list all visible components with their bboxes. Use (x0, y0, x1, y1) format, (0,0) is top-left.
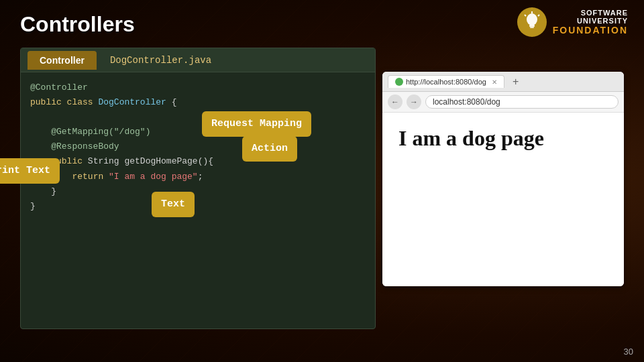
svg-line-5 (525, 15, 526, 16)
browser-tab-icon (395, 78, 403, 86)
code-panel: Controller DogController.java @Controlle… (20, 48, 376, 329)
logo-university: UNIVERSITY (553, 17, 628, 25)
logo-software: SOFTWARE (553, 9, 628, 17)
logo-text: SOFTWARE UNIVERSITY FOUNDATION (553, 9, 628, 36)
code-line-3 (30, 110, 366, 125)
svg-line-6 (538, 15, 539, 16)
logo-foundation: FOUNDATION (553, 25, 628, 36)
code-line-2: public class DogController { (30, 95, 366, 110)
tab-controller[interactable]: Controller (28, 51, 97, 70)
svg-rect-3 (530, 27, 534, 28)
browser-panel: http://localhost:8080/dog ✕ + ← → localh… (382, 72, 624, 286)
code-line-8: } (30, 184, 366, 199)
browser-tab-bar: http://localhost:8080/dog ✕ + (382, 72, 624, 92)
svg-rect-2 (529, 25, 535, 27)
url-bar[interactable]: localhost:8080/dog (425, 95, 619, 109)
forward-button[interactable]: → (407, 95, 421, 109)
code-content: @Controller public class DogController {… (21, 72, 375, 222)
browser-heading: I am a dog page (398, 126, 608, 151)
logo-icon (517, 7, 547, 38)
logo-area: SOFTWARE UNIVERSITY FOUNDATION (517, 7, 628, 38)
browser-tab[interactable]: http://localhost:8080/dog ✕ (388, 75, 504, 88)
browser-nav-row: ← → localhost:8080/dog (382, 92, 624, 113)
browser-tab-label: http://localhost:8080/dog (406, 78, 486, 86)
new-tab-icon[interactable]: + (508, 76, 523, 88)
code-line-6: public String getDogHomePage(){ (30, 154, 366, 169)
code-line-9: } (30, 199, 366, 214)
tab-filename: DogController.java (110, 55, 211, 66)
code-line-5: @ResponseBody (30, 139, 366, 154)
svg-point-1 (527, 13, 537, 25)
page-number: 30 (624, 347, 633, 357)
browser-content: I am a dog page (382, 113, 624, 286)
slide: SOFTWARE UNIVERSITY FOUNDATION Controlle… (0, 0, 644, 362)
back-button[interactable]: ← (388, 95, 402, 109)
code-line-4: @GetMapping("/dog") (30, 125, 366, 139)
code-line-7: return "I am a dog page"; (30, 170, 366, 184)
code-line-1: @Controller (30, 80, 366, 95)
content-area: Controller DogController.java @Controlle… (20, 48, 624, 329)
tab-bar: Controller DogController.java (21, 48, 375, 72)
close-icon[interactable]: ✕ (492, 78, 497, 86)
